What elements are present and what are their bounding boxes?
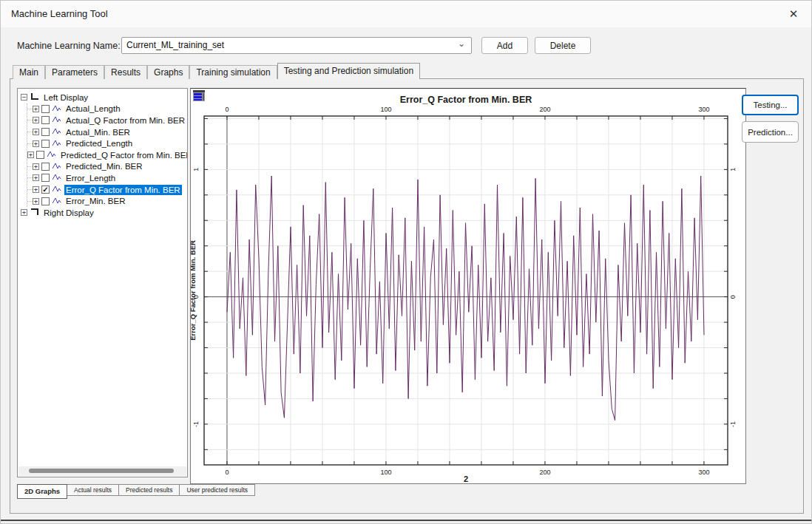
display-tree: −Left Display+Actual_Length+Actual_Q Fac… — [18, 89, 187, 219]
tree-item-predicted-q-factor-from-min-ber[interactable]: +Predicted_Q Factor from Min. BER — [27, 149, 187, 161]
tree-connector — [27, 189, 33, 190]
tree-connector — [27, 201, 33, 202]
svg-text:0: 0 — [225, 106, 229, 113]
tree-item-actual-length[interactable]: +Actual_Length — [27, 103, 187, 115]
waveform-icon — [47, 150, 56, 160]
chevron-down-icon: ⌄ — [458, 38, 465, 49]
add-button[interactable]: Add — [481, 37, 528, 54]
tree-connector — [27, 109, 33, 109]
tree-connector — [27, 120, 33, 120]
waveform-icon — [52, 173, 61, 183]
scrollbar-thumb[interactable] — [29, 469, 174, 473]
item-checkbox[interactable] — [41, 116, 50, 124]
tree-item-predicted-length[interactable]: +Predicted_Length — [27, 137, 187, 149]
svg-text:100: 100 — [380, 469, 391, 476]
svg-text:200: 200 — [539, 469, 550, 476]
left-axis-icon — [31, 93, 38, 100]
tree-root-label: Right Display — [42, 208, 95, 218]
tab-results[interactable]: Results — [104, 65, 147, 79]
tree-horizontal-scrollbar[interactable] — [18, 466, 186, 476]
waveform-icon — [52, 139, 61, 149]
expand-icon[interactable]: + — [33, 198, 39, 205]
item-checkbox[interactable] — [41, 105, 50, 113]
expand-icon[interactable]: + — [33, 140, 39, 147]
svg-text:0: 0 — [729, 295, 737, 299]
item-checkbox[interactable]: ✓ — [41, 186, 50, 194]
tree-item-label[interactable]: Predicted_Q Factor from Min. BER — [59, 150, 188, 160]
tree-item-label[interactable]: Error_Q Factor from Min. BER — [64, 185, 182, 195]
sheet-tab-user-predicted-results[interactable]: User predicted results — [180, 484, 255, 496]
expand-icon[interactable]: + — [33, 117, 39, 123]
prediction-button[interactable]: Prediction... — [742, 121, 799, 143]
collapse-icon[interactable]: − — [21, 94, 27, 101]
graph-panel: 001001002002003003001100-1-1Error_Q Fact… — [190, 88, 746, 484]
ml-name-label: Machine Learning Name: — [17, 41, 121, 51]
sheet-tab-predicted-results[interactable]: Predicted results — [119, 484, 180, 496]
svg-text:1: 1 — [192, 168, 200, 171]
waveform-icon — [52, 104, 61, 114]
svg-text:100: 100 — [380, 106, 391, 113]
tree-root-label: Left Display — [42, 92, 89, 103]
tree-item-actual-q-factor-from-min-ber[interactable]: +Actual_Q Factor from Min. BER — [27, 115, 187, 126]
ml-name-value: Current_ML_training_set — [126, 40, 224, 50]
machine-learning-tool-window: Machine Learning Tool ✕ Machine Learning… — [0, 0, 812, 524]
sheet-tab-2d-graphs[interactable]: 2D Graphs — [17, 484, 67, 499]
delete-button[interactable]: Delete — [535, 37, 591, 54]
item-checkbox[interactable] — [41, 140, 50, 148]
waveform-icon — [52, 115, 61, 125]
expand-icon[interactable]: + — [21, 209, 27, 216]
item-checkbox[interactable] — [41, 174, 50, 182]
tree-item-label[interactable]: Actual_Q Factor from Min. BER — [64, 115, 186, 126]
sheet-tab-actual-results[interactable]: Actual results — [67, 484, 119, 496]
tab-graphs[interactable]: Graphs — [147, 65, 189, 79]
tree-item-label[interactable]: Predicted_Length — [64, 138, 134, 149]
expand-icon[interactable]: + — [33, 174, 39, 181]
expand-icon[interactable]: + — [33, 129, 39, 135]
tabs-row: MainParametersResultsGraphsTraining simu… — [13, 63, 420, 79]
item-checkbox[interactable] — [41, 197, 50, 205]
tree-root-right-display[interactable]: +Right Display — [21, 207, 187, 219]
svg-text:-1: -1 — [192, 421, 200, 427]
display-tree-panel: −Left Display+Actual_Length+Actual_Q Fac… — [17, 88, 188, 477]
item-checkbox[interactable] — [41, 163, 50, 171]
tab-training-simulation[interactable]: Training simulation — [189, 65, 277, 79]
titlebar: Machine Learning Tool ✕ — [1, 1, 811, 27]
window-title: Machine Learning Tool — [11, 8, 108, 19]
results-sheet-tabs: 2D GraphsActual resultsPredicted results… — [17, 484, 255, 499]
svg-text:-1: -1 — [729, 421, 737, 427]
svg-text:300: 300 — [698, 106, 709, 113]
expand-icon[interactable]: + — [33, 186, 39, 193]
tree-item-predicted-min-ber[interactable]: +Predicted_Min. BER — [27, 161, 187, 173]
testing-button[interactable]: Testing... — [742, 95, 799, 115]
tree-item-label[interactable]: Predicted_Min. BER — [64, 161, 144, 171]
tree-item-error-q-factor-from-min-ber[interactable]: +✓Error_Q Factor from Min. BER — [27, 184, 187, 196]
tree-item-error-length[interactable]: +Error_Length — [27, 172, 187, 184]
close-icon[interactable]: ✕ — [782, 3, 805, 25]
ml-name-combobox[interactable]: Current_ML_training_set ⌄ — [121, 37, 472, 54]
expand-icon[interactable]: + — [33, 163, 39, 170]
svg-text:Error_Q Factor from Min. BER: Error_Q Factor from Min. BER — [191, 240, 197, 341]
item-checkbox[interactable] — [36, 151, 44, 159]
window-bottom-edge — [1, 520, 811, 521]
tree-item-label[interactable]: Error_Min. BER — [64, 196, 127, 206]
item-checkbox[interactable] — [41, 128, 50, 136]
tree-item-error-min-ber[interactable]: +Error_Min. BER — [27, 195, 187, 207]
svg-text:2: 2 — [464, 474, 468, 483]
expand-icon[interactable]: + — [33, 106, 39, 112]
tree-item-label[interactable]: Actual_Length — [64, 103, 122, 114]
tab-testing-and-prediction-simulation[interactable]: Testing and Prediction simulation — [277, 63, 420, 79]
error-q-factor-chart[interactable]: 001001002002003003001100-1-1Error_Q Fact… — [191, 89, 746, 484]
svg-text:0: 0 — [225, 469, 229, 476]
tree-item-label[interactable]: Error_Length — [64, 173, 117, 183]
tab-parameters[interactable]: Parameters — [45, 65, 104, 79]
tree-root-left-display[interactable]: −Left Display — [21, 92, 187, 103]
tree-item-label[interactable]: Actual_Min. BER — [64, 127, 132, 137]
tree-connector — [27, 132, 33, 132]
tree-connector — [27, 143, 33, 144]
svg-text:Error_Q Factor from Min. BER: Error_Q Factor from Min. BER — [400, 95, 532, 105]
tree-item-actual-min-ber[interactable]: +Actual_Min. BER — [27, 126, 187, 138]
tab-main[interactable]: Main — [13, 65, 45, 79]
expand-icon[interactable]: + — [27, 152, 34, 158]
svg-text:200: 200 — [539, 106, 550, 113]
graph-properties-icon[interactable] — [193, 90, 205, 102]
